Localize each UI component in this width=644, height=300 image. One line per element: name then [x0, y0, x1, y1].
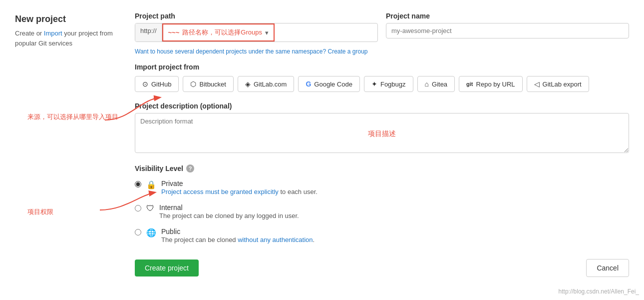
visibility-private-radio[interactable]	[135, 181, 141, 188]
main-content: Project path http:// ~~~ 路径名称，可以选择Groups…	[135, 12, 629, 277]
fogbugz-label: Fogbugz	[380, 80, 406, 88]
project-name-group: Project name	[386, 12, 629, 38]
visibility-public-option: 🌐 Public The project can be cloned witho…	[135, 228, 629, 244]
gitea-icon: ⌂	[425, 80, 429, 88]
project-path-label: Project path	[135, 12, 378, 20]
visibility-title: Visibility Level ?	[135, 164, 629, 172]
googlecode-icon: G	[306, 80, 311, 88]
bitbucket-icon: ⬡	[190, 80, 196, 88]
gitlabexport-label: GitLab export	[543, 80, 582, 88]
private-title: Private	[161, 180, 318, 188]
description-section: Project description (optional) 项目描述	[135, 102, 629, 154]
path-input-row: http:// ~~~ 路径名称，可以选择Groups ▾	[135, 23, 378, 42]
help-icon[interactable]: ?	[186, 164, 194, 172]
bitbucket-label: Bitbucket	[199, 80, 226, 88]
public-desc-link[interactable]: without any authentication	[238, 236, 313, 244]
create-project-button[interactable]: Create project	[135, 260, 199, 276]
import-github-button[interactable]: ⊙ GitHub	[135, 76, 179, 92]
private-lock-icon: 🔒	[146, 180, 156, 190]
internal-desc: The project can be cloned by any logged …	[159, 212, 299, 220]
project-path-group: Project path http:// ~~~ 路径名称，可以选择Groups…	[135, 12, 378, 42]
cancel-button[interactable]: Cancel	[586, 259, 629, 277]
create-group-link[interactable]: Create a group	[327, 48, 367, 55]
namespace-hint-text: 路径名称，可以选择Groups	[182, 28, 262, 37]
page-subtitle: Create or Import your project from popul…	[15, 28, 115, 48]
project-name-label: Project name	[386, 12, 629, 20]
import-gitlabexport-button[interactable]: ◁ GitLab export	[527, 76, 589, 92]
private-desc-link[interactable]: Project access must be granted explicitl…	[161, 188, 279, 196]
import-section: Import project from ⊙ GitHub ⬡ Bitbucket…	[135, 63, 629, 92]
gitlabcom-icon: ◈	[245, 80, 251, 88]
action-row: Create project Cancel	[135, 257, 629, 277]
description-label: Project description (optional)	[135, 102, 629, 110]
public-globe-icon: 🌐	[146, 228, 156, 238]
permissions-annotation: 项目权限	[27, 208, 53, 216]
gitlabexport-icon: ◁	[534, 80, 540, 88]
visibility-internal-option: 🛡 Internal The project can be cloned by …	[135, 204, 629, 220]
public-title: Public	[161, 228, 315, 236]
visibility-section: Visibility Level ? 🔒 Private Project acc…	[135, 164, 629, 245]
dropdown-arrow-icon: ▾	[265, 29, 269, 36]
github-label: GitHub	[151, 80, 171, 88]
import-fogbugz-button[interactable]: ✦ Fogbugz	[364, 76, 413, 92]
watermark: http://blog.csdn.net/Allen_Fei_	[559, 288, 639, 295]
private-desc: Project access must be granted explicitl…	[161, 188, 318, 196]
gitlabcom-label: GitLab.com	[254, 80, 287, 88]
namespace-hint: Want to house several dependent projects…	[135, 48, 629, 55]
page-title: New project	[15, 14, 115, 24]
repourl-icon: git	[466, 81, 473, 87]
import-gitlabcom-button[interactable]: ◈ GitLab.com	[238, 76, 294, 92]
public-desc: The project can be cloned without any au…	[161, 236, 315, 244]
repourl-label: Repo by URL	[476, 80, 515, 88]
github-icon: ⊙	[142, 80, 148, 88]
path-namespace-selector[interactable]: ~~~ 路径名称，可以选择Groups ▾	[162, 24, 275, 42]
import-googlecode-button[interactable]: G Google Code	[298, 76, 360, 92]
import-gitea-button[interactable]: ⌂ Gitea	[417, 76, 455, 92]
import-label: Import project from	[135, 63, 629, 71]
visibility-internal-radio[interactable]	[135, 205, 141, 212]
project-name-input[interactable]	[386, 23, 629, 38]
internal-shield-icon: 🛡	[146, 204, 154, 213]
left-sidebar: New project Create or Import your projec…	[15, 12, 115, 277]
source-annotation: 来源，可以选择从哪里导入项目	[27, 112, 118, 122]
import-link[interactable]: Import	[44, 30, 62, 37]
visibility-public-radio[interactable]	[135, 229, 141, 236]
internal-title: Internal	[159, 204, 299, 212]
import-bitbucket-button[interactable]: ⬡ Bitbucket	[183, 76, 233, 92]
fogbugz-icon: ✦	[371, 80, 377, 88]
import-buttons: ⊙ GitHub ⬡ Bitbucket ◈ GitLab.com G Goog…	[135, 76, 629, 92]
visibility-private-option: 🔒 Private Project access must be granted…	[135, 180, 629, 196]
googlecode-label: Google Code	[314, 80, 352, 88]
squiggle-icon: ~~~	[168, 29, 180, 36]
import-repourl-button[interactable]: git Repo by URL	[459, 76, 523, 92]
description-textarea[interactable]	[135, 113, 629, 153]
path-prefix: http://	[135, 24, 162, 42]
gitea-label: Gitea	[432, 80, 447, 88]
